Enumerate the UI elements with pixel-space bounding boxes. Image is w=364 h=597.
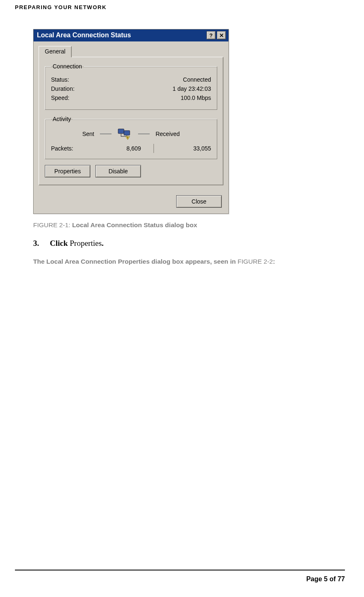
- step-number: 3.: [33, 239, 39, 248]
- activity-line-right: [138, 133, 150, 134]
- group-legend-activity: Activity: [51, 116, 73, 122]
- status-value: Connected: [183, 76, 211, 83]
- duration-value: 1 day 23:42:03: [172, 85, 211, 92]
- dialog-title: Local Area Connection Status: [37, 32, 131, 39]
- result-paragraph: The Local Area Connection Properties dia…: [33, 257, 332, 266]
- received-label: Received: [155, 131, 180, 137]
- figure-caption: FIGURE 2-1: Local Area Connection Status…: [33, 221, 345, 229]
- speed-value: 100.0 Mbps: [181, 95, 211, 101]
- figure-caption-prefix: FIGURE 2-1: [33, 221, 68, 228]
- page-footer: Page 5 of 77: [15, 570, 345, 583]
- speed-label: Speed:: [51, 95, 69, 101]
- result-text-a: The Local Area Connection Properties dia…: [33, 258, 238, 265]
- packets-label: Packets:: [51, 145, 97, 152]
- chapter-title: PREPARING YOUR NETWORK: [15, 4, 345, 10]
- svg-rect-0: [118, 129, 124, 133]
- dialog-local-area-connection-status: Local Area Connection Status ? ✕ General…: [33, 29, 229, 214]
- close-icon[interactable]: ✕: [217, 31, 226, 39]
- group-legend-connection: Connection: [51, 63, 84, 70]
- properties-button[interactable]: Properties: [45, 165, 90, 177]
- step-object: Properties: [70, 239, 102, 248]
- tab-panel-general: Connection Status: Connected Duration: 1…: [39, 57, 223, 185]
- close-button[interactable]: Close: [176, 195, 222, 208]
- figure-caption-text: Local Area Connection Status dialog box: [72, 221, 197, 228]
- network-icon: [117, 128, 132, 140]
- step-action: Click: [50, 239, 68, 248]
- activity-line-left: [100, 133, 112, 134]
- group-connection: Connection Status: Connected Duration: 1…: [45, 63, 217, 110]
- packets-received-value: 33,055: [167, 145, 211, 152]
- step-3: 3.Click Properties.: [33, 239, 345, 248]
- disable-button[interactable]: Disable: [95, 165, 141, 177]
- dialog-titlebar: Local Area Connection Status ? ✕: [34, 29, 228, 41]
- tab-general[interactable]: General: [39, 46, 72, 57]
- sent-label: Sent: [82, 131, 94, 137]
- status-label: Status:: [51, 76, 69, 83]
- packets-divider: [153, 144, 154, 153]
- duration-label: Duration:: [51, 85, 75, 92]
- svg-rect-2: [127, 137, 128, 138]
- help-icon[interactable]: ?: [206, 31, 216, 39]
- result-text-b: :: [273, 258, 275, 265]
- figure-caption-sep: :: [68, 221, 72, 228]
- figure-reference: FIGURE 2-2: [238, 258, 273, 265]
- step-period: .: [102, 239, 104, 248]
- packets-sent-value: 8,609: [97, 145, 141, 152]
- svg-rect-1: [124, 131, 130, 135]
- group-activity: Activity Sent: [45, 116, 217, 159]
